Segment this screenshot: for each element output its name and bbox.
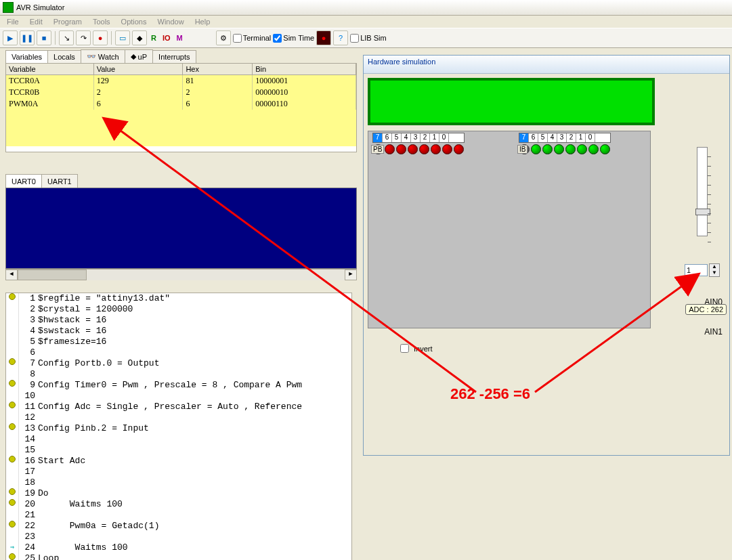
- bit-5[interactable]: 5: [392, 133, 402, 142]
- bit-7[interactable]: 7: [373, 133, 383, 142]
- simtime-checkbox[interactable]: Sim Time: [273, 34, 314, 43]
- led: [531, 144, 541, 154]
- menu-edit[interactable]: Edit: [30, 18, 43, 26]
- ports-panel: 7 6 5 4 3 2 1 0: [368, 131, 651, 328]
- bit-2[interactable]: 2: [421, 133, 430, 142]
- table-row-empty: [6, 134, 356, 146]
- scroll-right-icon[interactable]: ►: [345, 270, 357, 280]
- variable-tabs: Variables Locals 👓Watch ◆uP Interrupts: [5, 48, 357, 63]
- table-row[interactable]: TCCR0B 2 2 00000010: [6, 87, 356, 98]
- tab-uart0[interactable]: UART0: [5, 174, 42, 188]
- step-over-button[interactable]: ↷: [76, 30, 91, 45]
- uart-tabs: UART0 UART1: [5, 174, 357, 188]
- led: [385, 144, 395, 154]
- lcd-icon[interactable]: ▭: [115, 30, 130, 45]
- bit-1[interactable]: 1: [430, 133, 439, 142]
- tab-interrupts[interactable]: Interrupts: [152, 50, 196, 63]
- port-label-ib: IB: [517, 145, 528, 154]
- menu-file[interactable]: File: [7, 18, 19, 26]
- chip-icon[interactable]: ◆: [132, 30, 147, 45]
- menu-program[interactable]: Program: [53, 18, 82, 26]
- bit-5[interactable]: 5: [538, 133, 548, 142]
- port-label-pb: PB: [371, 145, 384, 154]
- hardware-sim-window: Hardware simulation 7 6 5 4 3 2 1 0: [363, 55, 730, 456]
- bit-4[interactable]: 4: [402, 133, 411, 142]
- menu-help[interactable]: Help: [195, 18, 211, 26]
- adc-channel-input[interactable]: [685, 264, 708, 276]
- port-pb: 7 6 5 4 3 2 1 0: [372, 133, 465, 160]
- adc-tooltip: ADC : 262: [685, 304, 727, 315]
- port-ib: 7 6 5 4 3 2 1 0: [519, 133, 611, 160]
- memory-label[interactable]: M: [175, 34, 185, 42]
- window-titlebar: AVR Simulator: [0, 0, 732, 16]
- hw-title[interactable]: Hardware simulation: [364, 56, 729, 74]
- tab-variables[interactable]: Variables: [5, 50, 48, 63]
- bit-4[interactable]: 4: [548, 133, 557, 142]
- table-row-empty: [6, 110, 356, 122]
- registers-label[interactable]: R: [149, 34, 158, 42]
- led: [454, 144, 464, 154]
- bit-3[interactable]: 3: [557, 133, 567, 142]
- led: [542, 144, 553, 154]
- col-value[interactable]: Value: [94, 64, 184, 74]
- help-icon[interactable]: ?: [333, 30, 348, 45]
- run-button[interactable]: ▶: [3, 30, 18, 45]
- variables-panel: Variable Value Hex Bin TCCR0A 129 81 100…: [5, 63, 357, 152]
- spin-buttons[interactable]: ▲▼: [709, 263, 720, 277]
- table-row[interactable]: TCCR0A 129 81 10000001: [6, 75, 356, 87]
- terminal-checkbox[interactable]: Terminal: [233, 34, 272, 43]
- led: [442, 144, 452, 154]
- bit-3[interactable]: 3: [411, 133, 421, 142]
- window-title: AVR Simulator: [16, 3, 64, 12]
- tab-up[interactable]: ◆uP: [125, 49, 153, 63]
- led: [588, 144, 599, 154]
- led: [577, 144, 587, 154]
- tab-watch[interactable]: 👓Watch: [81, 49, 125, 63]
- led: [600, 144, 610, 154]
- bit-1[interactable]: 1: [576, 133, 586, 142]
- table-row[interactable]: PWM0A 6 6 00000110: [6, 98, 356, 110]
- led: [408, 144, 418, 154]
- scroll-thumb[interactable]: [18, 270, 87, 280]
- pause-button[interactable]: ❚❚: [20, 30, 35, 45]
- invert-checkbox[interactable]: Invert: [397, 342, 433, 355]
- tab-locals[interactable]: Locals: [47, 50, 81, 63]
- menu-bar[interactable]: File Edit Program Tools Options Window H…: [0, 16, 732, 28]
- app-icon: [3, 2, 14, 13]
- bit-6[interactable]: 6: [383, 133, 392, 142]
- menu-tools[interactable]: Tools: [93, 18, 110, 26]
- breakpoint-button[interactable]: ●: [93, 30, 108, 45]
- simtime-icon[interactable]: ●: [316, 30, 331, 45]
- lcd-display: [368, 78, 655, 125]
- tool-icon[interactable]: ⚙: [216, 30, 231, 45]
- adc-slider[interactable]: [697, 147, 708, 236]
- bit-6[interactable]: 6: [529, 133, 538, 142]
- glasses-icon: 👓: [87, 52, 96, 61]
- col-bin[interactable]: Bin: [253, 64, 356, 74]
- menu-window[interactable]: Window: [158, 18, 184, 26]
- bit-2[interactable]: 2: [567, 133, 576, 142]
- led: [554, 144, 564, 154]
- uart-scrollbar[interactable]: ◄ ►: [5, 269, 357, 280]
- code-editor[interactable]: ⇒ 12345678910111213141516171819202122232…: [5, 293, 352, 560]
- ain1-label: AIN1: [682, 327, 723, 337]
- step-into-button[interactable]: ↘: [59, 30, 74, 45]
- col-hex[interactable]: Hex: [183, 64, 253, 74]
- toolbar: ▶ ❚❚ ■ ↘ ↷ ● ▭ ◆ R IO M ⚙ Terminal Sim T…: [0, 28, 732, 48]
- led: [419, 144, 429, 154]
- table-row-empty: [6, 122, 356, 134]
- led: [431, 144, 441, 154]
- uart-terminal[interactable]: [5, 188, 357, 269]
- annotation-formula: 262 -256 =6: [450, 385, 530, 403]
- tab-uart1[interactable]: UART1: [41, 174, 78, 188]
- led: [396, 144, 406, 154]
- menu-options[interactable]: Options: [121, 18, 147, 26]
- io-label[interactable]: IO: [160, 34, 173, 42]
- libsim-checkbox[interactable]: LIB Sim: [350, 34, 387, 43]
- bit-0[interactable]: 0: [439, 133, 449, 142]
- stop-button[interactable]: ■: [37, 30, 51, 45]
- scroll-left-icon[interactable]: ◄: [5, 270, 18, 280]
- bit-7[interactable]: 7: [519, 133, 529, 142]
- col-variable[interactable]: Variable: [6, 64, 94, 74]
- bit-0[interactable]: 0: [586, 133, 595, 142]
